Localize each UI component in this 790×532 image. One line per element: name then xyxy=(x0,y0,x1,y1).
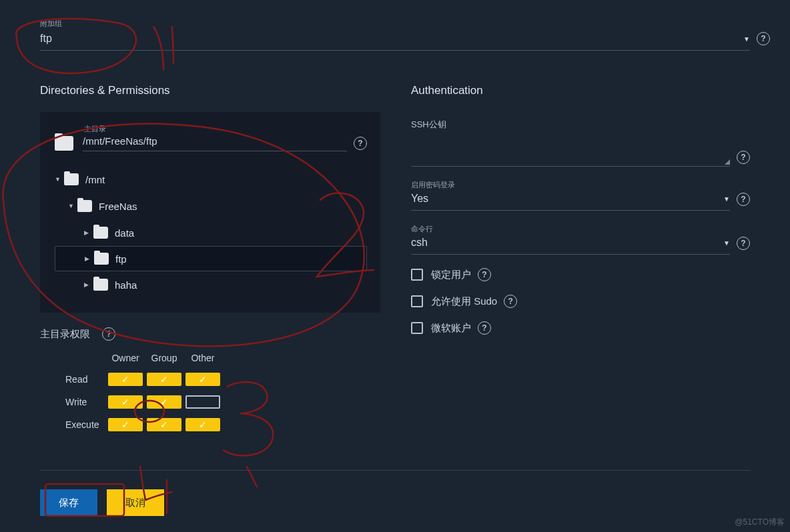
tree-node-ftp[interactable]: ▶ ftp xyxy=(55,246,367,271)
checkbox-read-other[interactable]: ✓ xyxy=(185,373,220,386)
password-login-dropdown[interactable]: Yes ▼ xyxy=(411,188,730,211)
help-icon[interactable]: ? xyxy=(737,237,750,250)
tree-label: /mnt xyxy=(85,174,105,185)
permissions-title: 主目录权限 ? xyxy=(40,327,380,341)
perm-row-read: Read ✓ ✓ ✓ xyxy=(65,373,380,386)
help-icon[interactable]: ? xyxy=(737,193,750,206)
perm-row-write: Write ✓ ✓ xyxy=(65,395,380,409)
checkbox-write-group[interactable]: ✓ xyxy=(147,395,181,409)
help-icon[interactable]: ? xyxy=(102,327,115,341)
shell-field: 命令行 csh ▼ ? xyxy=(411,232,750,255)
home-dir-label: 主目录 xyxy=(84,124,367,134)
chevron-down-icon[interactable]: ▼ xyxy=(68,203,77,209)
checkbox-exec-group[interactable]: ✓ xyxy=(147,418,181,431)
home-dir-input[interactable]: /mnt/FreeNas/ftp xyxy=(83,135,347,151)
tree-node-freenas[interactable]: ▼ FreeNas xyxy=(55,193,367,219)
chevron-down-icon: ▼ xyxy=(723,195,730,203)
tree-label: data xyxy=(115,227,134,239)
aux-group-dropdown[interactable]: ftp ▼ xyxy=(40,28,750,51)
folder-icon xyxy=(93,227,108,239)
aux-group-field: 附加组 ftp ▼ ? xyxy=(40,28,750,51)
help-icon[interactable]: ? xyxy=(478,321,491,335)
directory-tree: ▼ /mnt ▼ FreeNas ▶ data xyxy=(55,166,367,298)
resize-handle-icon[interactable] xyxy=(725,159,730,165)
perm-row-execute: Execute ✓ ✓ ✓ xyxy=(65,418,380,431)
ssh-key-textarea[interactable] xyxy=(411,136,730,167)
checkbox-microsoft[interactable] xyxy=(411,322,423,334)
help-icon[interactable]: ? xyxy=(737,151,750,164)
ssh-key-field: SSH公钥 ? xyxy=(411,119,750,167)
checkbox-lock-user[interactable] xyxy=(411,269,423,281)
chevron-down-icon: ▼ xyxy=(723,239,730,247)
chevron-down-icon[interactable]: ▼ xyxy=(55,176,64,183)
watermark: @51CTO博客 xyxy=(735,517,785,528)
checkbox-allow-sudo[interactable] xyxy=(411,295,423,307)
folder-icon xyxy=(64,173,79,185)
chevron-right-icon[interactable]: ▶ xyxy=(84,281,93,288)
chevron-right-icon[interactable]: ▶ xyxy=(85,255,94,262)
tree-label: ftp xyxy=(115,253,127,265)
help-icon[interactable]: ? xyxy=(354,137,367,150)
password-login-field: 启用密码登录 Yes ▼ ? xyxy=(411,188,750,211)
lock-user-checkbox-row: 锁定用户 ? xyxy=(411,268,750,281)
help-icon[interactable]: ? xyxy=(757,32,770,45)
folder-icon xyxy=(77,200,92,212)
footer-actions: 保存 取消 xyxy=(40,470,750,516)
home-directory-box: 主目录 /mnt/FreeNas/ftp ? ▼ /mnt ▼ xyxy=(40,112,380,313)
tree-label: haha xyxy=(115,279,137,291)
authentication-section-title: Authentication xyxy=(411,84,750,97)
shell-dropdown[interactable]: csh ▼ xyxy=(411,232,730,255)
help-icon[interactable]: ? xyxy=(478,268,491,281)
folder-icon xyxy=(93,279,108,291)
folder-icon xyxy=(94,253,109,265)
save-button[interactable]: 保存 xyxy=(40,489,97,516)
tree-node-mnt[interactable]: ▼ /mnt xyxy=(55,166,367,193)
tree-node-data[interactable]: ▶ data xyxy=(55,219,367,246)
folder-icon xyxy=(55,136,73,151)
checkbox-write-other[interactable] xyxy=(185,395,220,409)
chevron-down-icon: ▼ xyxy=(743,35,750,43)
permissions-table: Owner Group Other Read ✓ ✓ ✓ Write xyxy=(65,353,380,431)
ssh-key-label: SSH公钥 xyxy=(411,119,750,131)
checkbox-read-group[interactable]: ✓ xyxy=(147,373,181,386)
chevron-right-icon[interactable]: ▶ xyxy=(84,229,93,236)
permissions-header: Owner Group Other xyxy=(108,353,380,363)
help-icon[interactable]: ? xyxy=(504,295,517,308)
tree-node-haha[interactable]: ▶ haha xyxy=(55,271,367,298)
checkbox-read-owner[interactable]: ✓ xyxy=(108,373,143,386)
checkbox-write-owner[interactable]: ✓ xyxy=(108,395,143,409)
aux-group-label: 附加组 xyxy=(40,19,62,29)
tree-label: FreeNas xyxy=(99,201,137,212)
microsoft-account-checkbox-row: 微软账户 ? xyxy=(411,321,750,335)
allow-sudo-checkbox-row: 允许使用 Sudo ? xyxy=(411,295,750,308)
directories-section-title: Directories & Permissions xyxy=(40,84,380,97)
checkbox-exec-other[interactable]: ✓ xyxy=(185,418,220,431)
password-login-label: 启用密码登录 xyxy=(411,180,455,190)
checkbox-exec-owner[interactable]: ✓ xyxy=(108,418,143,431)
cancel-button[interactable]: 取消 xyxy=(107,489,164,516)
aux-group-value: ftp xyxy=(40,33,738,46)
shell-label: 命令行 xyxy=(411,224,433,234)
